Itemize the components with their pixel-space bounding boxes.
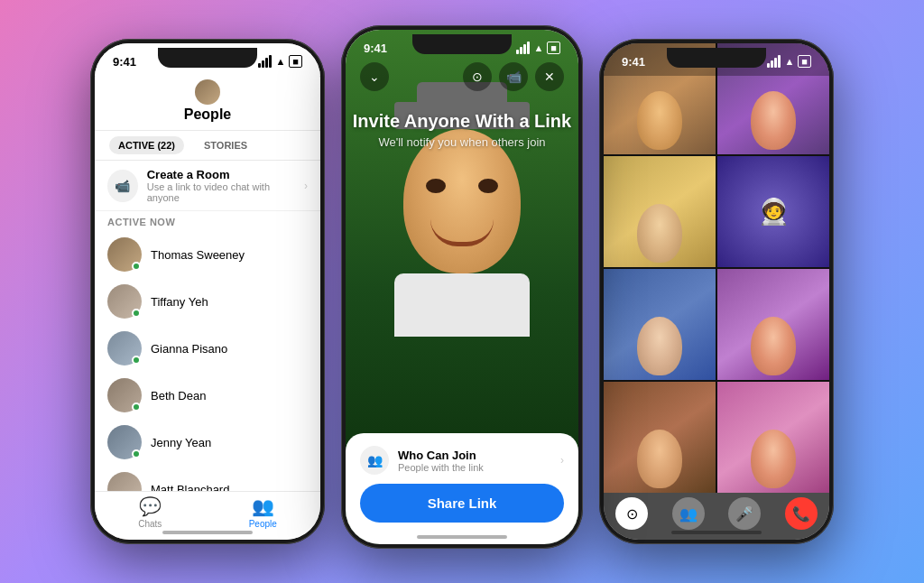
phone-1-screen: 9:41 ▲ ■ People ACT	[95, 43, 320, 540]
video-cell-6	[717, 269, 829, 380]
page-title: People	[95, 106, 320, 123]
user-avatar-small	[195, 79, 220, 105]
list-item[interactable]: Jenny Yean	[95, 419, 320, 466]
notch-1	[158, 48, 257, 68]
flip-camera-button[interactable]: ⊙	[615, 497, 648, 530]
online-indicator	[132, 449, 141, 458]
join-icon: 👥	[360, 446, 389, 475]
signal-icon-3	[767, 55, 781, 68]
wifi-icon: ▲	[275, 56, 285, 67]
invite-title: Invite Anyone With a Link	[346, 111, 578, 132]
list-item[interactable]: Beth Dean	[95, 372, 320, 419]
notch-2	[412, 34, 512, 54]
video-cell-7	[604, 382, 716, 493]
time-1: 9:41	[113, 55, 136, 69]
phone-3-screen: 9:41 ▲ ■	[604, 43, 829, 540]
tab-people[interactable]: 👥 People	[249, 495, 277, 529]
tab-chats-label: Chats	[138, 519, 162, 529]
home-indicator-2	[417, 535, 507, 539]
avatar	[107, 425, 142, 459]
phone-3: 9:41 ▲ ■	[599, 39, 834, 544]
person-name: Beth Dean	[151, 389, 206, 403]
person-name: Tiffany Yeh	[151, 295, 208, 309]
p1-tabs: ACTIVE (22) STORIES	[95, 131, 320, 161]
online-indicator	[132, 262, 141, 271]
end-call-button[interactable]: 📞	[785, 497, 818, 530]
who-can-join-sublabel: People with the link	[398, 462, 484, 473]
wifi-icon-2: ▲	[533, 42, 543, 53]
invite-bottom-panel: 👥 Who Can Join People with the link › Sh…	[346, 433, 578, 544]
share-link-button[interactable]: Share Link	[360, 484, 564, 523]
video-cell-3	[604, 156, 716, 267]
home-indicator-1	[162, 531, 253, 534]
create-room-icon: 📹	[107, 170, 138, 202]
list-item[interactable]: Tiffany Yeh	[95, 278, 320, 325]
person-name: Thomas Sweeney	[151, 248, 245, 262]
tab-active[interactable]: ACTIVE (22)	[109, 136, 184, 154]
online-indicator	[132, 403, 141, 412]
video-cell-4: 🧑‍🚀	[717, 156, 829, 267]
camera-flip-button[interactable]: ⊙	[463, 62, 492, 91]
battery-icon: ■	[289, 55, 302, 68]
battery-icon-2: ■	[547, 42, 560, 54]
video-call-controls: ⊙ 👥 🎤 📞	[604, 493, 829, 540]
notch-3	[667, 48, 766, 68]
invite-text-overlay: Invite Anyone With a Link We'll notify y…	[346, 111, 578, 149]
wifi-icon-3: ▲	[784, 56, 794, 67]
back-button[interactable]: ⌄	[360, 62, 389, 91]
create-room-item[interactable]: 📹 Create a Room Use a link to video chat…	[95, 161, 320, 211]
signal-icon	[258, 55, 272, 68]
video-grid: 🧑‍🚀	[604, 43, 829, 493]
video-cell-8	[717, 382, 829, 493]
top-right-controls: ⊙ 📹 ✕	[463, 62, 564, 91]
phone-1: 9:41 ▲ ■ People ACT	[90, 39, 325, 544]
video-call-screen: 9:41 ▲ ■	[604, 43, 829, 540]
create-room-sublabel: Use a link to video chat with anyone	[147, 181, 295, 203]
time-2: 9:41	[364, 42, 387, 55]
mic-button[interactable]: 🎤	[728, 497, 761, 530]
video-controls-top: ⌄ ⊙ 📹 ✕	[346, 62, 578, 91]
video-cell-5	[604, 269, 716, 380]
person-name: Jenny Yean	[151, 436, 211, 449]
avatar	[107, 331, 142, 366]
phone-2: 9:41 ▲ ■ ⌄	[341, 25, 583, 549]
avatar	[107, 284, 142, 319]
status-icons-2: ▲ ■	[516, 42, 560, 54]
avatar	[107, 237, 142, 272]
tab-stories[interactable]: STORIES	[195, 136, 256, 154]
online-indicator	[132, 356, 141, 365]
participants-button[interactable]: 👥	[672, 497, 705, 530]
list-item[interactable]: Thomas Sweeney	[95, 231, 320, 278]
battery-icon-3: ■	[798, 55, 811, 68]
who-can-join-row[interactable]: 👥 Who Can Join People with the link ›	[360, 446, 564, 475]
person-name: Gianna Pisano	[151, 342, 227, 356]
video-toggle-button[interactable]: 📹	[499, 62, 528, 91]
invite-subtitle: We'll notify you when others join	[346, 135, 578, 149]
people-icon: 👥	[252, 495, 274, 517]
phones-container: 9:41 ▲ ■ People ACT	[63, 0, 861, 583]
create-room-label: Create a Room	[147, 168, 295, 181]
p1-header: People	[95, 76, 320, 131]
active-now-label: ACTIVE NOW	[95, 211, 320, 231]
list-item[interactable]: Gianna Pisano	[95, 325, 320, 372]
video-background: 9:41 ▲ ■ ⌄	[346, 30, 578, 544]
tab-chats[interactable]: 💬 Chats	[138, 495, 162, 529]
tab-people-label: People	[249, 519, 277, 529]
status-icons-1: ▲ ■	[258, 55, 302, 68]
online-indicator	[132, 309, 141, 318]
signal-icon-2	[516, 42, 530, 54]
time-3: 9:41	[622, 55, 645, 69]
chevron-right-icon-2: ›	[560, 454, 564, 467]
chevron-right-icon: ›	[304, 180, 308, 192]
close-button[interactable]: ✕	[535, 62, 564, 91]
chats-icon: 💬	[139, 495, 162, 517]
phone-2-screen: 9:41 ▲ ■ ⌄	[346, 30, 578, 544]
who-can-join-label: Who Can Join	[398, 449, 484, 462]
avatar	[107, 378, 142, 412]
